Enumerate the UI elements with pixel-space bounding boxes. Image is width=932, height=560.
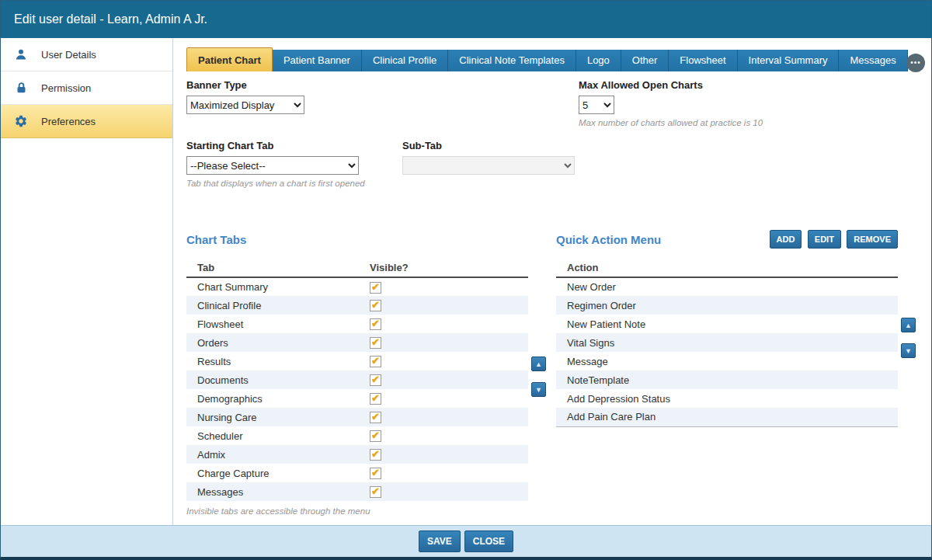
footer-bar: SAVE CLOSE bbox=[1, 525, 931, 557]
move-up-button[interactable] bbox=[531, 357, 546, 371]
chart-tabs-heading: Chart Tabs bbox=[186, 233, 246, 246]
visible-checkbox[interactable] bbox=[370, 393, 381, 405]
tab-interval-summary[interactable]: Interval Summary bbox=[738, 50, 840, 71]
visible-checkbox[interactable] bbox=[370, 412, 381, 423]
list-item[interactable]: New Order bbox=[556, 277, 898, 296]
table-row[interactable]: Messages bbox=[186, 482, 528, 501]
close-button[interactable]: CLOSE bbox=[464, 530, 513, 552]
list-item[interactable]: Regimen Order bbox=[556, 296, 898, 315]
visible-checkbox[interactable] bbox=[370, 300, 381, 311]
tab-messages[interactable]: Messages bbox=[839, 50, 907, 71]
banner-type-label: Banner Type bbox=[186, 79, 579, 91]
lock-icon bbox=[1, 82, 41, 95]
visible-checkbox[interactable] bbox=[370, 356, 381, 367]
tab-patient-chart[interactable]: Patient Chart bbox=[186, 47, 273, 71]
table-row[interactable]: Documents bbox=[186, 370, 528, 389]
table-row[interactable]: Nursing Care bbox=[186, 408, 528, 426]
table-row[interactable]: Orders bbox=[186, 333, 528, 352]
add-button[interactable]: ADD bbox=[770, 230, 802, 249]
max-open-charts-hint: Max number of charts allowed at practice… bbox=[579, 118, 763, 127]
visible-checkbox[interactable] bbox=[370, 282, 381, 294]
sub-tab-label: Sub-Tab bbox=[402, 140, 575, 151]
tab-content: Banner Type Maximized Display Max Allowe… bbox=[173, 71, 931, 525]
move-down-button[interactable] bbox=[901, 343, 916, 358]
list-item[interactable]: NoteTemplate bbox=[556, 370, 898, 389]
tab-clinical-profile[interactable]: Clinical Profile bbox=[362, 50, 448, 71]
column-header-tab: Tab bbox=[186, 258, 359, 277]
tab-flowsheet[interactable]: Flowsheet bbox=[669, 50, 737, 71]
banner-type-select[interactable]: Maximized Display bbox=[186, 96, 304, 114]
user-icon bbox=[1, 47, 41, 61]
more-options-button[interactable] bbox=[906, 54, 925, 72]
chart-tabs-table: Tab Visible? Chart Summary Clinical Prof… bbox=[186, 258, 528, 501]
visible-checkbox[interactable] bbox=[370, 337, 381, 349]
sidebar-item-preferences[interactable]: Preferences bbox=[1, 105, 172, 138]
table-row[interactable]: Flowsheet bbox=[186, 315, 528, 333]
table-row[interactable]: Demographics bbox=[186, 389, 528, 408]
edit-button[interactable]: EDIT bbox=[808, 230, 841, 249]
table-row[interactable]: Admix bbox=[186, 445, 528, 464]
tab-patient-banner[interactable]: Patient Banner bbox=[273, 50, 362, 71]
edit-user-detail-window: Edit user detail - Learn, Admin A Jr. Us… bbox=[0, 0, 932, 560]
remove-button[interactable]: REMOVE bbox=[847, 230, 898, 249]
list-item[interactable]: Vital Signs bbox=[556, 333, 898, 352]
page-title: Edit user detail - Learn, Admin A Jr. bbox=[14, 12, 207, 26]
move-down-button[interactable] bbox=[531, 382, 546, 397]
gear-icon bbox=[1, 114, 41, 128]
sidebar-item-label: User Details bbox=[41, 49, 96, 61]
table-row[interactable]: Chart Summary bbox=[186, 277, 528, 296]
quick-action-menu-heading: Quick Action Menu bbox=[556, 233, 661, 246]
starting-chart-tab-hint: Tab that displays when a chart is first … bbox=[186, 179, 402, 188]
visible-checkbox[interactable] bbox=[370, 449, 381, 461]
tab-strip: Patient Chart Patient Banner Clinical Pr… bbox=[186, 47, 931, 71]
table-row[interactable]: Scheduler bbox=[186, 426, 528, 445]
move-up-button[interactable] bbox=[901, 318, 916, 332]
save-button[interactable]: SAVE bbox=[419, 530, 461, 552]
quick-action-buttons: ADD EDIT REMOVE bbox=[770, 230, 899, 249]
list-item[interactable]: Message bbox=[556, 352, 898, 370]
visible-checkbox[interactable] bbox=[370, 430, 381, 442]
max-open-charts-select[interactable]: 5 bbox=[579, 96, 614, 114]
sidebar-item-permission[interactable]: Permission bbox=[1, 71, 172, 105]
sidebar-item-user-details[interactable]: User Details bbox=[1, 38, 172, 71]
quick-action-menu-panel: Quick Action Menu ADD EDIT REMOVE Action bbox=[556, 230, 920, 516]
column-header-action: Action bbox=[556, 258, 898, 277]
column-header-visible: Visible? bbox=[359, 258, 528, 277]
tab-clinical-note-templates[interactable]: Clinical Note Templates bbox=[448, 50, 576, 71]
starting-chart-tab-select[interactable]: --Please Select-- bbox=[186, 156, 359, 175]
chart-tabs-footnote: Invisible tabs are accessible through th… bbox=[186, 506, 550, 516]
tab-other[interactable]: Other bbox=[621, 50, 669, 71]
sidebar-item-label: Preferences bbox=[41, 116, 96, 127]
table-row[interactable]: Charge Capture bbox=[186, 464, 528, 482]
quick-action-table: Action New Order Regimen Order New Patie… bbox=[556, 258, 898, 427]
visible-checkbox[interactable] bbox=[370, 318, 381, 330]
sidebar: User Details Permission Preferences bbox=[1, 38, 173, 525]
visible-checkbox[interactable] bbox=[370, 374, 381, 386]
table-row[interactable]: Results bbox=[186, 352, 528, 370]
list-item[interactable]: New Patient Note bbox=[556, 315, 898, 333]
main-panel: Patient Chart Patient Banner Clinical Pr… bbox=[173, 38, 931, 525]
visible-checkbox[interactable] bbox=[370, 468, 381, 479]
starting-chart-tab-label: Starting Chart Tab bbox=[186, 140, 402, 151]
sidebar-item-label: Permission bbox=[41, 82, 91, 94]
visible-checkbox[interactable] bbox=[370, 486, 381, 498]
tab-logo[interactable]: Logo bbox=[576, 50, 621, 71]
sub-tab-select[interactable] bbox=[402, 156, 575, 175]
max-open-charts-label: Max Allowed Open Charts bbox=[579, 79, 763, 91]
chart-tabs-panel: Chart Tabs Tab Visible? Chart Summary bbox=[186, 230, 550, 516]
list-item[interactable]: Add Depression Status bbox=[556, 389, 898, 408]
table-row[interactable]: Clinical Profile bbox=[186, 296, 528, 315]
window-header: Edit user detail - Learn, Admin A Jr. bbox=[1, 1, 931, 38]
list-item[interactable]: Add Pain Care Plan bbox=[556, 408, 898, 426]
